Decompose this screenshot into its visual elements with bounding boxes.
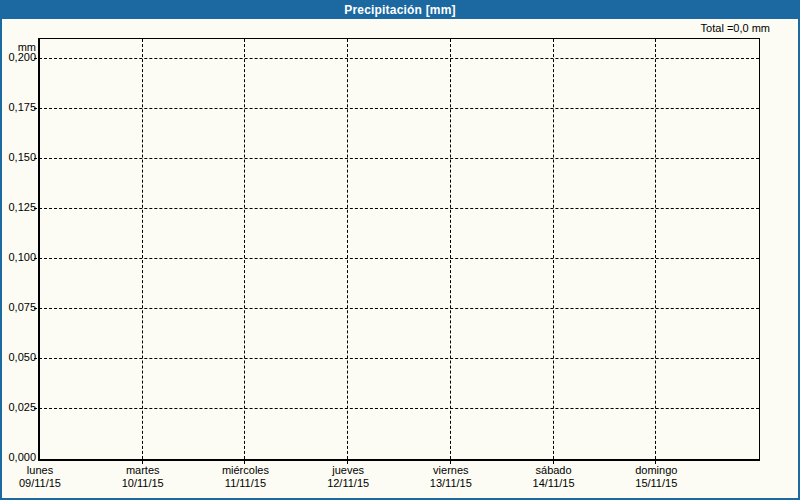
x-tick-date: 15/11/15 <box>601 477 711 490</box>
x-tick-label: jueves12/11/15 <box>293 464 403 490</box>
v-gridline <box>347 39 348 464</box>
x-tick-label: lunes09/11/15 <box>0 464 95 490</box>
y-tick-label: 0,150 <box>2 151 36 164</box>
x-tick-date: 14/11/15 <box>499 477 609 490</box>
x-tick-date: 12/11/15 <box>293 477 403 490</box>
y-tick-label: 0,100 <box>2 251 36 264</box>
v-gridline <box>655 39 656 464</box>
x-tick-day: sábado <box>499 464 609 477</box>
x-tick-day: viernes <box>396 464 506 477</box>
x-tick-label: miércoles11/11/15 <box>190 464 300 490</box>
y-tick-label: 0,025 <box>2 401 36 414</box>
h-gridline <box>34 258 759 259</box>
chart-title-bar: Precipitación [mm] <box>2 2 798 19</box>
x-tick-label: sábado14/11/15 <box>499 464 609 490</box>
y-tick-label: 0,050 <box>2 351 36 364</box>
v-gridline <box>142 39 143 464</box>
v-gridline <box>450 39 451 464</box>
y-tick-label: 0,175 <box>2 101 36 114</box>
x-tick-date: 09/11/15 <box>0 477 95 490</box>
h-gridline <box>34 58 759 59</box>
x-tick-day: jueves <box>293 464 403 477</box>
total-annotation: Total =0,0 mm <box>701 22 770 34</box>
h-gridline <box>34 358 759 359</box>
h-gridline <box>34 108 759 109</box>
chart-title: Precipitación [mm] <box>344 3 456 17</box>
x-tick-date: 11/11/15 <box>190 477 300 490</box>
x-tick-label: viernes13/11/15 <box>396 464 506 490</box>
x-tick-label: martes10/11/15 <box>88 464 198 490</box>
y-tick-label: 0,000 <box>2 451 36 464</box>
y-tick-label: 0,200 <box>2 51 36 64</box>
precipitation-chart-window: Precipitación [mm] Total =0,0 mm mm 0,20… <box>0 0 800 500</box>
h-gridline <box>34 208 759 209</box>
y-tick-label: 0,075 <box>2 301 36 314</box>
x-tick-day: lunes <box>0 464 95 477</box>
h-gridline <box>34 158 759 159</box>
y-tick-label: 0,125 <box>2 201 36 214</box>
x-tick-day: domingo <box>601 464 711 477</box>
h-gridline <box>34 408 759 409</box>
x-tick-date: 10/11/15 <box>88 477 198 490</box>
v-gridline <box>553 39 554 464</box>
x-tick-day: miércoles <box>190 464 300 477</box>
v-gridline <box>244 39 245 464</box>
x-tick-label: domingo15/11/15 <box>601 464 711 490</box>
h-gridline <box>34 308 759 309</box>
x-tick-day: martes <box>88 464 198 477</box>
plot-area <box>38 38 760 461</box>
x-tick-date: 13/11/15 <box>396 477 506 490</box>
